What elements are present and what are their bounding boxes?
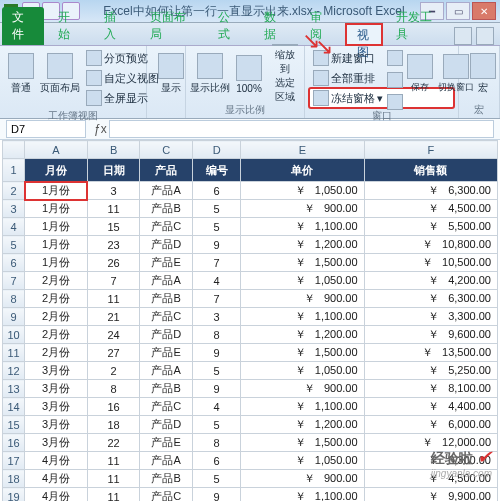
cell[interactable]: 8 [87,380,140,398]
cell[interactable]: 11 [87,200,140,218]
tab-data[interactable]: 数据 [254,7,296,45]
cell[interactable]: ￥ 1,200.00 [241,236,364,254]
view-pagelayout-button[interactable]: 页面布局 [40,48,80,100]
cell[interactable]: 产品C [140,398,193,416]
cell[interactable]: 2月份 [25,344,88,362]
row-6[interactable]: 6 [3,254,25,272]
tab-home[interactable]: 开始 [48,7,90,45]
cell[interactable]: 11 [87,470,140,488]
row-13[interactable]: 13 [3,380,25,398]
cell[interactable]: 18 [87,416,140,434]
cell[interactable]: ￥ 8,100.00 [364,380,497,398]
cell[interactable]: 27 [87,344,140,362]
ribbon-minimize-icon[interactable] [454,27,472,45]
cell[interactable]: ￥ 10,800.00 [364,236,497,254]
cell[interactable]: 3月份 [25,380,88,398]
cell[interactable]: ￥ 1,100.00 [241,488,364,502]
cell[interactable]: 11 [87,488,140,502]
cell[interactable]: 1月份 [25,182,88,200]
tab-layout[interactable]: 页面布局 [140,7,204,45]
row-17[interactable]: 17 [3,452,25,470]
cell[interactable]: 6 [192,452,240,470]
zoom-selection-button[interactable]: 缩放到 选定区域 [268,48,302,100]
cell[interactable]: ￥ 900.00 [241,290,364,308]
cell[interactable]: 产品D [140,416,193,434]
cell[interactable]: 9 [192,344,240,362]
col-E[interactable]: E [241,141,364,159]
cell[interactable]: 5 [192,218,240,236]
cell[interactable]: 产品D [140,236,193,254]
cell[interactable]: 3月份 [25,362,88,380]
fx-icon[interactable]: ƒx [94,122,107,136]
cell[interactable]: ￥ 6,000.00 [364,416,497,434]
row-3[interactable]: 3 [3,200,25,218]
cell[interactable]: ￥ 900.00 [241,200,364,218]
cell[interactable]: 22 [87,434,140,452]
cell[interactable]: 3 [192,308,240,326]
cell[interactable]: ￥ 1,500.00 [241,434,364,452]
cell[interactable]: 23 [87,236,140,254]
cell[interactable]: 产品B [140,200,193,218]
cell[interactable]: 26 [87,254,140,272]
row-8[interactable]: 8 [3,290,25,308]
cell[interactable]: 15 [87,218,140,236]
cell[interactable]: ￥ 1,100.00 [241,398,364,416]
tab-view[interactable]: 视图 [346,24,383,45]
cell[interactable]: 7 [192,254,240,272]
cell[interactable]: ￥ 6,300.00 [364,182,497,200]
cell[interactable]: ￥ 1,100.00 [241,308,364,326]
cell[interactable]: ￥ 1,100.00 [241,218,364,236]
cell[interactable]: 产品C [140,488,193,502]
col-F[interactable]: F [364,141,497,159]
cell[interactable]: 8 [192,326,240,344]
cell[interactable]: 3月份 [25,398,88,416]
cell[interactable]: ￥ 1,050.00 [241,182,364,200]
cell[interactable]: 4月份 [25,452,88,470]
cell[interactable]: 1月份 [25,200,88,218]
tab-formula[interactable]: 公式 [208,7,250,45]
cell[interactable]: ￥ 1,500.00 [241,344,364,362]
cell[interactable]: 2 [87,362,140,380]
switch-window-button[interactable]: 切换窗口 [439,52,473,96]
cell[interactable]: 21 [87,308,140,326]
row-16[interactable]: 16 [3,434,25,452]
row-11[interactable]: 11 [3,344,25,362]
cell[interactable]: 2月份 [25,272,88,290]
row-9[interactable]: 9 [3,308,25,326]
cell[interactable]: ￥ 4,400.00 [364,398,497,416]
cell[interactable]: 3月份 [25,416,88,434]
col-B[interactable]: B [87,141,140,159]
cell[interactable]: 产品A [140,272,193,290]
cell[interactable]: 5 [192,362,240,380]
view-normal-button[interactable]: 普通 [4,48,38,100]
cell[interactable]: 7 [87,272,140,290]
cell[interactable]: 2月份 [25,290,88,308]
cell[interactable]: 产品E [140,434,193,452]
cell[interactable]: ￥ 1,050.00 [241,452,364,470]
cell[interactable]: 24 [87,326,140,344]
save-workspace-button[interactable]: 保存 [403,52,437,96]
cell[interactable]: ￥ 1,050.00 [241,272,364,290]
name-box[interactable] [6,120,86,138]
spreadsheet[interactable]: A B C D E F 1 月份 日期 产品 编号 单价 销售额 21月份3产品… [2,140,498,501]
cell[interactable]: ￥ 1,200.00 [241,416,364,434]
zoom-100-button[interactable]: 100% [232,48,266,100]
cell[interactable]: 3 [87,182,140,200]
tab-dev[interactable]: 开发工具 [386,7,450,45]
cell[interactable]: 3月份 [25,434,88,452]
cell[interactable]: 产品E [140,344,193,362]
row-12[interactable]: 12 [3,362,25,380]
cell[interactable]: ￥ 10,500.00 [364,254,497,272]
row-10[interactable]: 10 [3,326,25,344]
cell[interactable]: 8 [192,434,240,452]
cell[interactable]: 产品E [140,254,193,272]
row-18[interactable]: 18 [3,470,25,488]
cell[interactable]: ￥ 1,500.00 [241,254,364,272]
tab-review[interactable]: 审阅 [300,7,342,45]
cell[interactable]: 9 [192,380,240,398]
cell[interactable]: 产品C [140,308,193,326]
cell[interactable]: ￥ 6,300.00 [364,290,497,308]
zoom-ratio-button[interactable]: 显示比例 [190,48,230,100]
cell[interactable]: 产品A [140,182,193,200]
tab-insert[interactable]: 插入 [94,7,136,45]
